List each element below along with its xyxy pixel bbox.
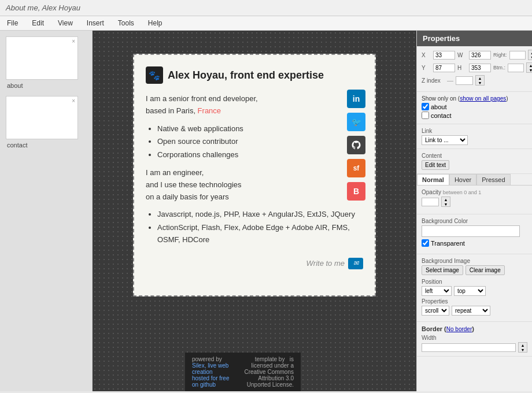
border-width-input[interactable] — [422, 343, 516, 352]
opacity-input[interactable] — [422, 198, 439, 206]
width-label: Width — [422, 335, 527, 341]
bg-image-label: Background Image — [422, 258, 527, 264]
social-icons: in 🐦 sf B — [347, 90, 365, 201]
zindex-stepper[interactable]: ▲▼ — [475, 75, 485, 86]
show-all-link[interactable]: show on all pages — [460, 95, 506, 102]
close-contact-icon[interactable]: × — [72, 98, 75, 104]
page-thumb-about[interactable]: × — [6, 36, 78, 80]
coords-section: X W Right: ▲▼ Y H Btm.: ▲▼ Z index — — [417, 46, 532, 92]
left-sidebar: × about × contact — [0, 31, 93, 391]
menu-help[interactable]: Help — [146, 18, 165, 28]
bg-color-box[interactable] — [422, 225, 520, 237]
silex-link[interactable]: Silex, live web creation — [192, 362, 228, 375]
w-input[interactable] — [469, 51, 491, 60]
transparent-row: Transparent — [422, 239, 527, 247]
x-input[interactable] — [433, 51, 455, 60]
blogger-icon[interactable]: B — [347, 182, 365, 201]
tab-normal[interactable]: Normal — [417, 174, 449, 185]
select-image-button[interactable]: Select image — [422, 265, 463, 275]
position-left-select[interactable]: left center right — [422, 286, 452, 296]
canvas-area[interactable]: 🐾 Alex Hoyau, front end expertise I am a… — [93, 31, 416, 391]
clear-image-button[interactable]: Clear image — [466, 265, 505, 275]
menu-view[interactable]: View — [56, 18, 75, 28]
menu-tools[interactable]: Tools — [116, 18, 136, 28]
border-title: Border (No border) — [422, 325, 527, 332]
bullet-1-0: Native & web applications — [157, 123, 363, 135]
show-only-label: Show only on (show on all pages) — [422, 95, 527, 102]
right-input[interactable] — [509, 51, 526, 60]
xy-row: X W Right: ▲▼ — [422, 50, 527, 60]
link-section: Link Link to ... — [417, 124, 532, 149]
zindex-input[interactable] — [456, 76, 473, 85]
menu-file[interactable]: File — [5, 18, 20, 28]
tab-pressed[interactable]: Pressed — [476, 174, 510, 185]
repeat-select[interactable]: repeat no-repeat repeat-x repeat-y — [452, 306, 490, 316]
transparent-checkbox[interactable] — [422, 239, 429, 247]
card-header: 🐾 Alex Hoyau, front end expertise — [146, 66, 363, 84]
btm-input[interactable] — [508, 64, 524, 72]
linkedin-icon[interactable]: in — [347, 90, 365, 108]
bullets-2: Javascript, node.js, PHP, Haxe + Angular… — [157, 209, 363, 246]
h-input[interactable] — [469, 64, 491, 72]
link-select[interactable]: Link to ... — [422, 135, 468, 145]
content-card[interactable]: 🐾 Alex Hoyau, front end expertise I am a… — [133, 54, 376, 296]
opacity-section: Opacity between 0 and 1 ▲▼ — [417, 186, 532, 214]
content-label: Content — [422, 153, 527, 159]
y-input[interactable] — [433, 64, 455, 72]
main-layout: × about × contact 🐾 Alex Hoyau, front en… — [0, 31, 532, 391]
title-bar: About me, Alex Hoyau — [0, 0, 532, 16]
border-section: Border (No border) Width ▲▼ — [417, 322, 532, 357]
h-label: H — [457, 65, 467, 71]
close-about-icon[interactable]: × — [72, 38, 75, 45]
right-stepper[interactable]: ▲▼ — [528, 50, 532, 60]
bullet-1-2: Corporations challenges — [157, 149, 363, 161]
intro-line2: based in Paris, — [146, 106, 198, 115]
bg-image-btns: Select image Clear image — [422, 265, 527, 275]
sf-icon[interactable]: sf — [347, 159, 365, 177]
intro-para: I am a senior front end developer, based… — [146, 93, 363, 117]
contact-checkbox-label: contact — [431, 112, 451, 119]
btm-stepper[interactable]: ▲▼ — [526, 62, 532, 73]
y-label: Y — [422, 65, 431, 71]
position-top-select[interactable]: top center bottom — [454, 286, 486, 296]
right-label: Right: — [493, 52, 507, 58]
twitter-icon[interactable]: 🐦 — [347, 113, 365, 131]
write-to-me-text: Write to me — [306, 259, 345, 268]
menu-edit[interactable]: Edit — [29, 18, 46, 28]
footer-left: powered by Silex, live web creation host… — [192, 356, 235, 388]
w-label: W — [457, 52, 467, 58]
github-icon[interactable] — [347, 136, 365, 154]
about-checkbox-row: about — [422, 103, 527, 110]
props-label: Properties — [422, 298, 527, 305]
border-width-stepper[interactable]: ▲▼ — [518, 342, 527, 353]
zindex-row: Z index — ▲▼ — [422, 75, 527, 86]
no-border-link[interactable]: No border — [446, 326, 472, 332]
para2a: I am an engineer, — [146, 168, 204, 177]
para2: I am an engineer, and I use these techno… — [146, 167, 363, 203]
page-label-about: about — [6, 82, 86, 89]
bullet-2-1: ActionScript, Flash, Flex, Adobe Edge + … — [157, 222, 363, 246]
properties-panel: Properties X W Right: ▲▼ Y H Btm.: ▲▼ — [416, 31, 532, 391]
scroll-select[interactable]: scroll fixed — [422, 306, 449, 316]
panel-title: Properties — [417, 31, 532, 46]
email-icon[interactable]: ✉ — [348, 258, 363, 269]
props-row: scroll fixed repeat no-repeat repeat-x r… — [422, 306, 527, 316]
zindex-label: Z index — [422, 77, 445, 84]
transparent-label: Transparent — [431, 240, 465, 247]
tab-hover[interactable]: Hover — [449, 174, 476, 185]
hosted-link[interactable]: hosted for free on github — [192, 375, 229, 388]
contact-checkbox[interactable] — [422, 112, 429, 119]
bullet-2-0: Javascript, node.js, PHP, Haxe + Angular… — [157, 209, 363, 221]
about-checkbox[interactable] — [422, 103, 429, 110]
menu-insert[interactable]: Insert — [84, 18, 106, 28]
opacity-stepper[interactable]: ▲▼ — [441, 196, 450, 207]
window-title: About me, Alex Hoyau — [6, 3, 80, 12]
btm-label: Btm.: — [493, 65, 505, 71]
zindex-dash: — — [447, 77, 453, 84]
write-to-me[interactable]: Write to me ✉ — [146, 258, 363, 269]
page-thumb-contact[interactable]: × — [6, 96, 78, 139]
show-only-section: Show only on (show on all pages) about c… — [417, 92, 532, 124]
contact-checkbox-row: contact — [422, 112, 527, 119]
edit-text-button[interactable]: Edit text — [422, 160, 449, 170]
link-row: Link to ... — [422, 135, 527, 145]
